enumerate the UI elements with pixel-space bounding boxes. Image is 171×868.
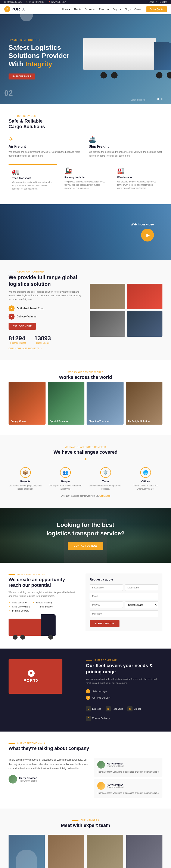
projects-link[interactable]: CHECK OUR LAST PROJECTS → xyxy=(8,347,81,350)
tcard-1-role: Trustworthy Brand xyxy=(107,765,124,767)
main-author-avatar xyxy=(8,775,17,783)
slide-dot-2[interactable] xyxy=(161,98,163,100)
check-icon-1: ✓ xyxy=(8,601,10,604)
nav-blog[interactable]: Blog xyxy=(125,8,131,10)
team-tag: OUR MEMBERS xyxy=(80,819,99,822)
nav-home[interactable]: Home xyxy=(62,8,70,10)
truck-wheel xyxy=(167,72,171,79)
feature-dot-2: ● xyxy=(8,314,14,319)
team-member-4-photo xyxy=(126,835,163,868)
road-transport-desc: We provide the best road transport servi… xyxy=(12,181,54,190)
top-bar: ✉ info@portx.com 📞 +1 234 567 890 📍 New … xyxy=(0,0,171,4)
logo-icon: P xyxy=(4,6,10,12)
slide-dot-1[interactable] xyxy=(157,98,159,100)
last-name-input[interactable] xyxy=(125,584,158,591)
air-freight-solution-arrow: → xyxy=(157,419,160,423)
tcard-2-text: There are many variations of passages of… xyxy=(97,792,159,795)
submit-button[interactable]: SUBMIT BUTTON xyxy=(90,620,119,627)
first-name-input[interactable] xyxy=(90,584,123,591)
ship-freight-desc: We provide the best ship freight service… xyxy=(89,150,163,158)
phone-info: 📞 +1 234 567 890 xyxy=(26,1,44,3)
phone-input[interactable] xyxy=(90,601,123,608)
railway-logistic-card: 🚂 Railway Logistic We provide the best r… xyxy=(61,164,110,193)
opportunity-section: OFFER OUR SERVICES We create an opportun… xyxy=(0,563,171,649)
opportunity-title: We create an opportunity reach our poten… xyxy=(8,577,77,588)
challenge-offices: 🌐 Offices Global offices to serve you wh… xyxy=(129,467,163,491)
team-member-1: Team Member 1 CEO & Founder xyxy=(8,835,45,868)
world-card-supply-chain[interactable]: Supply Chain → xyxy=(8,382,45,425)
world-card-air-freight[interactable]: Air Freight Solution → xyxy=(126,382,163,425)
logistics-desc: We are providing the best logistics solu… xyxy=(8,290,81,301)
nav-services[interactable]: Services xyxy=(85,8,95,10)
fleet-check-2: ✓ xyxy=(86,695,90,700)
people-desc: Our expert team is always ready to assis… xyxy=(49,484,82,491)
slide-indicators xyxy=(157,98,163,100)
tcard-1-text: There are many variations of passages of… xyxy=(97,770,159,773)
video-label: Watch our video xyxy=(131,223,154,226)
large-truck-wheel-3 xyxy=(48,635,53,640)
challenges-title: We have challenges covered xyxy=(8,450,163,455)
service-select[interactable]: Select Service Air Freight Ship Freight … xyxy=(125,601,158,608)
opp-feature-2: ✓ Ship Everywhere ✓ 24/7 Support xyxy=(8,605,77,608)
location-icon: 📍 xyxy=(48,1,51,3)
team-member-4: Team Member 4 Logistics Head xyxy=(126,835,163,868)
cta-button[interactable]: CONTACT US NOW xyxy=(68,542,103,550)
world-card-shipping-transport[interactable]: Shipping Transport → xyxy=(87,382,124,425)
hero-title: Safest LogisticsSolutions ProviderWith I… xyxy=(8,43,69,68)
main-author-role: Trustworthy Brand xyxy=(19,780,37,782)
fleet-logo-box: P PORTX xyxy=(8,659,62,694)
air-freight-solution-label: Air Freight Solution xyxy=(128,420,150,423)
stat-projects: 81294 + Finished Project xyxy=(8,335,26,344)
challenges-section: WE HAVE CHALLENGES COVERED We have chall… xyxy=(0,435,171,508)
logistics-section: ABOUT OUR COMPANY We provide full range … xyxy=(0,260,171,361)
shipping-transport-label: Shipping Transport xyxy=(89,420,110,423)
testimonials-title: What they're talking about company xyxy=(8,746,163,751)
services-title: Safe & ReliableCargo Solutions xyxy=(8,118,163,129)
testimonial-card-2: Harry Newman Trustworthy Brand " There a… xyxy=(94,779,163,798)
ship-freight-service: 🚢 Ship Freight We provide the best ship … xyxy=(89,136,163,158)
hero-tag: Transport & Logistics xyxy=(8,39,69,41)
warehousing-icon: 🏭 xyxy=(117,167,159,174)
logistics-explore-button[interactable]: EXPLORE MORE xyxy=(8,323,36,330)
fleet-title: Our fleet covers your needs & pricing ra… xyxy=(86,663,163,675)
quote-icon-1: " xyxy=(158,762,159,767)
message-input[interactable] xyxy=(90,611,158,617)
nav-pages[interactable]: Pages xyxy=(113,8,121,10)
air-freight-service: ✈ Air Freight We provide the best air fr… xyxy=(8,136,82,158)
hero-num: 02 xyxy=(4,89,13,98)
register-link[interactable]: Register xyxy=(159,1,167,3)
get-started-link[interactable]: Get Started xyxy=(99,495,110,497)
truck-cab xyxy=(154,42,171,70)
railway-desc: We provide the best railway logistic ser… xyxy=(65,180,107,190)
truck-trailer xyxy=(83,38,156,70)
nav-about[interactable]: About xyxy=(74,8,81,10)
nav-projects[interactable]: Projects xyxy=(99,8,109,10)
partner-delivery-icon: D xyxy=(86,716,91,721)
main-nav: Home About Services Projects Pages Blog … xyxy=(62,6,167,12)
team-title: Meet with expert team xyxy=(8,823,163,828)
special-transport-label: Special Transport xyxy=(50,420,69,423)
fleet-feature-text-1: Safe package xyxy=(92,690,107,692)
login-link[interactable]: Login xyxy=(149,1,154,3)
play-button[interactable] xyxy=(141,229,154,242)
fleet-logo-icon: P xyxy=(28,670,35,677)
hero-explore-button[interactable]: EXPLORE MORE xyxy=(8,73,35,80)
cta-section: Looking for the bestlogistics transport … xyxy=(0,508,171,563)
check-icon-3: ✓ xyxy=(8,610,10,612)
tcard-2-name: Harry Newman xyxy=(107,783,124,786)
partner-express: ▶ Express xyxy=(86,706,101,711)
feature-text-2: Delivery Volume xyxy=(17,315,36,318)
team-label: Team xyxy=(89,480,123,483)
nav-contact[interactable]: Contact xyxy=(134,8,143,10)
railway-title: Railway Logistic xyxy=(65,176,107,179)
world-card-special-transport[interactable]: Special Transport → xyxy=(48,382,84,425)
email-input[interactable] xyxy=(90,593,158,599)
feature-dot-1: ● xyxy=(8,305,14,311)
large-truck-wheel-2 xyxy=(20,635,25,640)
phone-icon: 📞 xyxy=(26,1,28,3)
get-quote-button[interactable]: Get A Quote xyxy=(146,6,167,12)
partner-delivery: D Xpress Delivery xyxy=(86,716,110,721)
partner-express-icon: ▶ xyxy=(86,706,91,711)
opportunity-desc: We are providing the best logistics solu… xyxy=(8,591,77,598)
team-member-3-photo xyxy=(87,835,123,868)
